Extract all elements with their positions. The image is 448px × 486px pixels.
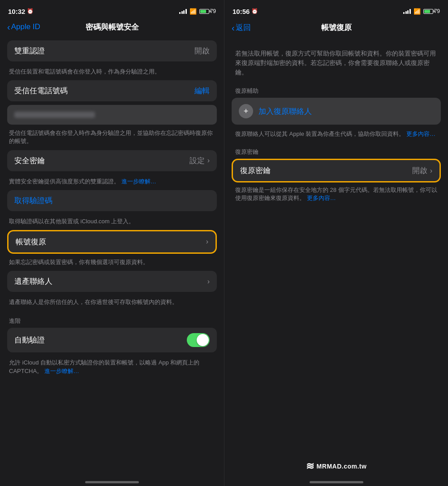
- get-code-label: 取得驗證碼: [14, 195, 52, 206]
- trusted-phone-edit[interactable]: 編輯: [194, 86, 210, 96]
- phone-blur-box: [7, 105, 217, 125]
- account-recovery-card[interactable]: 帳號復原 ›: [7, 230, 217, 254]
- right-nav-bar: ‹ 返回 帳號復原: [224, 20, 448, 37]
- two-factor-desc: 受信任裝置和電話號碼會在你登入時，作為身分驗證之用。: [7, 65, 217, 80]
- left-wifi-icon: 📶: [190, 8, 197, 15]
- right-home-indicator: [224, 477, 448, 486]
- left-time: 10:32 ⏰: [8, 8, 34, 15]
- left-panel: 10:32 ⏰ 📶 79 ‹ Apple ID 密碼與帳號安全: [0, 0, 224, 486]
- add-contact-label: 加入復原聯絡人: [258, 106, 312, 117]
- security-key-desc: 實體安全密鑰提供高強度形式的雙重認證。 進一步瞭解…: [7, 175, 217, 190]
- trusted-phone-card: 受信任電話號碼 編輯: [7, 80, 217, 101]
- two-factor-card: 雙重認證 開啟: [7, 40, 217, 61]
- right-top-desc: 若無法取用帳號，復原方式可幫助你取回帳號和資料。你的裝置密碼可用來復原端對端加密…: [232, 42, 441, 82]
- account-recovery-wrapper: 帳號復原 ›: [7, 230, 217, 254]
- left-status-icons: 📶 79: [179, 8, 216, 15]
- right-alarm-icon: ⏰: [251, 8, 258, 14]
- legacy-contact-desc: 遺產聯絡人是你所信任的人，在你過世後可存取你帳號內的資料。: [7, 295, 217, 311]
- account-recovery-desc: 如果忘記密碼或裝置密碼，你有幾個選項可復原資料。: [7, 256, 217, 271]
- right-back-button[interactable]: ‹ 返回: [232, 22, 251, 33]
- left-alarm-icon: ⏰: [27, 8, 34, 14]
- left-back-chevron-icon: ‹: [7, 22, 10, 31]
- security-key-card: 安全密鑰 設定 ›: [7, 150, 217, 171]
- mrmad-logo-icon: ≋: [306, 460, 314, 472]
- advanced-section-label: 進階: [7, 311, 217, 328]
- recovery-contact-more-link[interactable]: 更多內容…: [406, 130, 435, 137]
- right-status-bar: 10:56 ⏰ 📶 79: [224, 0, 448, 20]
- phone-blur-content: [14, 112, 95, 118]
- legacy-contact-chevron-icon: ›: [207, 278, 210, 286]
- right-signal-icon: [403, 9, 411, 14]
- account-recovery-row[interactable]: 帳號復原 ›: [9, 231, 215, 252]
- trusted-phone-label: 受信任電話號碼: [14, 86, 68, 96]
- watermark: ≋ MRMAD.com.tw: [224, 455, 448, 477]
- left-back-button[interactable]: ‹ Apple ID: [7, 22, 40, 31]
- right-back-label: 返回: [236, 22, 251, 33]
- left-nav-title: 密碼與帳號安全: [86, 22, 139, 32]
- get-code-desc: 取得驗證碼以在其他裝置或 iCloud.com 上登入。: [7, 215, 217, 230]
- recovery-key-desc: 復原密鑰是一組你保存在安全地方的 28 個字元代碼。若無法取用帳號，你可以使用復…: [232, 184, 441, 207]
- left-nav-bar: ‹ Apple ID 密碼與帳號安全: [0, 20, 224, 36]
- add-recovery-contact-button[interactable]: + 加入復原聯絡人: [232, 98, 441, 125]
- recovery-contact-desc: 復原聯絡人可以從其 Apple 裝置為你產生代碼，協助你取回資料。 更多內容…: [232, 128, 441, 143]
- auto-verify-desc: 允許 iCloud 自動以私密方式驗證你的裝置和帳號，以略過 App 和網頁上的…: [7, 356, 217, 379]
- left-scroll-content[interactable]: 雙重認證 開啟 受信任裝置和電話號碼會在你登入時，作為身分驗證之用。 受信任電話…: [0, 36, 224, 477]
- recovery-key-section-label: 復原密鑰: [232, 143, 441, 159]
- right-nav-title: 帳號復原: [321, 22, 352, 33]
- auto-verify-label: 自動驗證: [14, 335, 45, 345]
- left-home-indicator: [0, 477, 224, 486]
- recovery-key-more-link[interactable]: 更多內容…: [307, 195, 336, 201]
- legacy-contact-card: 遺產聯絡人 ›: [7, 271, 217, 292]
- account-recovery-label: 帳號復原: [16, 237, 46, 247]
- security-key-row[interactable]: 安全密鑰 設定 ›: [7, 150, 217, 171]
- auto-verify-link[interactable]: 進一步瞭解…: [44, 368, 79, 374]
- right-panel: 10:56 ⏰ 📶 79 ‹ 返回 帳號復原 若無法取用帳號，復原方式: [224, 0, 448, 486]
- recovery-key-label: 復原密鑰: [240, 165, 271, 176]
- right-battery: 79: [423, 8, 440, 14]
- security-key-link[interactable]: 進一步瞭解…: [121, 178, 156, 185]
- left-status-bar: 10:32 ⏰ 📶 79: [0, 0, 224, 20]
- auto-verify-card: 自動驗證: [7, 328, 217, 352]
- legacy-contact-row[interactable]: 遺產聯絡人 ›: [7, 271, 217, 292]
- two-factor-row[interactable]: 雙重認證 開啟: [7, 40, 217, 61]
- legacy-contact-label: 遺產聯絡人: [14, 276, 52, 286]
- get-code-card: 取得驗證碼: [7, 190, 217, 211]
- auto-verify-row[interactable]: 自動驗證: [7, 328, 217, 352]
- recovery-key-wrapper: 復原密鑰 開啟 ›: [232, 159, 441, 182]
- plus-icon: +: [239, 104, 253, 118]
- right-status-icons: 📶 79: [403, 8, 440, 15]
- trusted-phone-desc: 受信任電話號碼會在你登入時作為身分驗證之用，並協助你在忘記密碼時復原你的帳號。: [7, 126, 217, 150]
- security-key-label: 安全密鑰: [14, 156, 45, 166]
- security-key-chevron-icon: ›: [207, 156, 210, 165]
- left-back-label: Apple ID: [11, 22, 40, 31]
- auto-verify-toggle[interactable]: [187, 333, 210, 347]
- recovery-key-chevron-icon: ›: [430, 167, 432, 175]
- right-time: 10:56 ⏰: [233, 8, 258, 15]
- right-back-chevron-icon: ‹: [232, 23, 235, 32]
- recovery-key-card[interactable]: 復原密鑰 開啟 ›: [232, 159, 441, 182]
- trusted-phone-row[interactable]: 受信任電話號碼 編輯: [7, 80, 217, 101]
- recovery-assist-section-label: 復原輔助: [232, 82, 441, 98]
- get-code-row[interactable]: 取得驗證碼: [7, 190, 217, 211]
- left-battery: 79: [199, 8, 216, 14]
- recovery-key-value-wrap: 開啟 ›: [412, 165, 432, 176]
- left-signal-icon: [179, 9, 187, 14]
- two-factor-value: 開啟: [194, 46, 210, 56]
- two-factor-label: 雙重認證: [14, 46, 45, 56]
- security-key-value: 設定 ›: [190, 156, 210, 166]
- right-wifi-icon: 📶: [414, 8, 421, 15]
- recovery-key-row[interactable]: 復原密鑰 開啟 ›: [233, 160, 439, 181]
- toggle-thumb: [197, 334, 209, 346]
- account-recovery-chevron-icon: ›: [206, 238, 208, 246]
- right-scroll-content[interactable]: 若無法取用帳號，復原方式可幫助你取回帳號和資料。你的裝置密碼可用來復原端對端加密…: [224, 37, 448, 455]
- mrmad-text: MRMAD.com.tw: [317, 463, 367, 470]
